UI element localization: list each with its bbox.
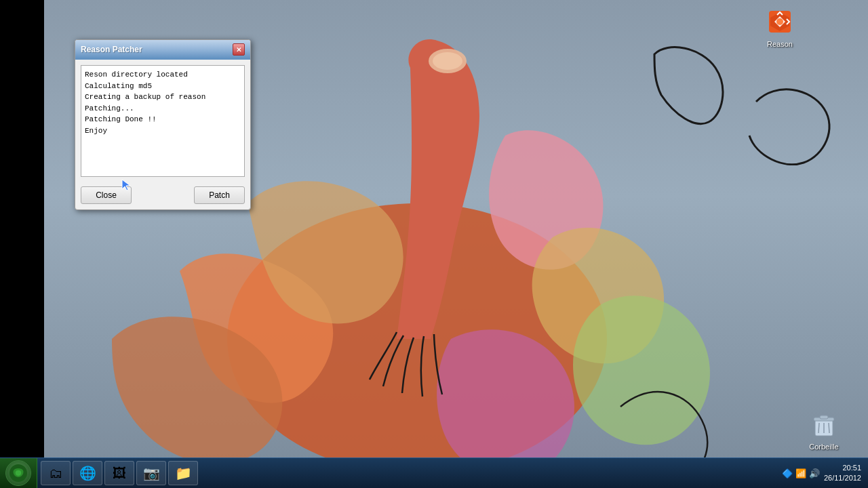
- log-line: Enjoy: [85, 125, 241, 137]
- app3-icon: 🖼: [113, 466, 126, 481]
- desktop: Reason Corbeille Reason Patcher ✕ Reson …: [0, 0, 868, 488]
- black-panel-left: [0, 0, 44, 488]
- chrome-icon: 🌐: [79, 465, 96, 481]
- taskbar: 🗂 🌐 🖼 📷 📁 🔷 📶 🔊 20:51 26/: [0, 458, 868, 488]
- taskbar-right: 🔷 📶 🔊 20:51 26/11/2012: [782, 463, 868, 484]
- taskbar-apps: 🗂 🌐 🖼 📷 📁: [37, 461, 782, 485]
- taskbar-app-explorer[interactable]: 🗂: [41, 461, 71, 485]
- taskbar-app-chrome[interactable]: 🌐: [73, 461, 102, 485]
- svg-point-6: [776, 18, 783, 25]
- taskbar-app-4[interactable]: 📷: [136, 461, 166, 485]
- taskbar-clock[interactable]: 20:51 26/11/2012: [824, 463, 861, 484]
- taskbar-time-value: 20:51: [824, 463, 861, 473]
- dialog-titlebar: Reason Patcher ✕: [75, 40, 250, 60]
- bluetooth-icon: 🔷: [782, 468, 793, 479]
- dialog-title: Reason Patcher: [81, 45, 142, 54]
- log-line: Reson directory located: [85, 69, 241, 81]
- log-line: Patching...: [85, 103, 241, 115]
- volume-icon: 🔊: [809, 468, 820, 479]
- svg-line-12: [829, 423, 829, 433]
- app5-icon: 📁: [175, 465, 192, 481]
- taskbar-app-3[interactable]: 🖼: [104, 461, 134, 485]
- reason-desktop-icon[interactable]: Reason: [756, 5, 804, 48]
- svg-point-3: [433, 52, 462, 70]
- start-orb: [5, 460, 31, 486]
- dialog-log[interactable]: Reson directory locatedCalculating md5Cr…: [81, 65, 245, 177]
- dialog-footer: Close Patch: [75, 182, 250, 209]
- reason-icon-image: [764, 5, 796, 38]
- system-tray-icons: 🔷 📶 🔊: [782, 468, 820, 479]
- close-button[interactable]: Close: [81, 186, 132, 204]
- patch-button[interactable]: Patch: [194, 186, 245, 204]
- network-icon: 📶: [795, 468, 806, 479]
- taskbar-app-5[interactable]: 📁: [168, 461, 198, 485]
- dialog-close-button[interactable]: ✕: [233, 43, 245, 56]
- reason-patcher-dialog: Reason Patcher ✕ Reson directory located…: [75, 39, 251, 210]
- reason-icon-label: Reason: [767, 40, 793, 48]
- recycle-bin-icon-image: [808, 408, 840, 441]
- recycle-bin-label: Corbeille: [809, 443, 838, 451]
- dialog-body: Reson directory locatedCalculating md5Cr…: [75, 60, 250, 182]
- log-line: Patching Done !!: [85, 114, 241, 125]
- svg-rect-9: [820, 415, 828, 419]
- explorer-icon: 🗂: [49, 466, 62, 481]
- log-line: Calculating md5: [85, 81, 241, 92]
- log-line: Creating a backup of reason: [85, 92, 241, 103]
- start-button[interactable]: [0, 458, 37, 489]
- recycle-bin-desktop-icon[interactable]: Corbeille: [800, 408, 848, 451]
- svg-line-10: [818, 423, 819, 433]
- app4-icon: 📷: [143, 465, 160, 481]
- taskbar-date-value: 26/11/2012: [824, 473, 861, 483]
